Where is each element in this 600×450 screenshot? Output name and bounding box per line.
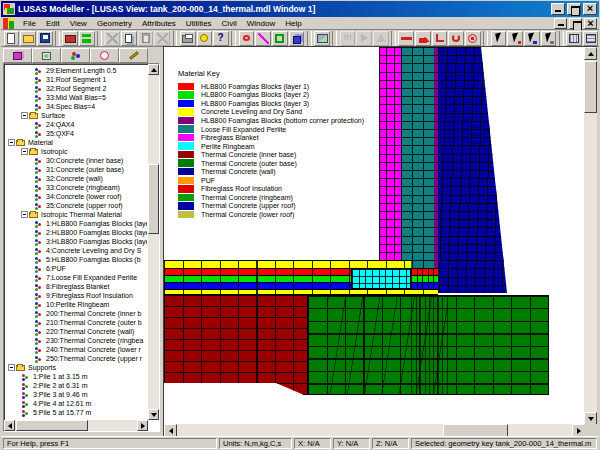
separator[interactable]	[559, 31, 564, 46]
scroll-down-button[interactable]	[148, 409, 159, 420]
mesh-region-foamglas-layer2-right[interactable]	[411, 275, 438, 282]
tree-item[interactable]: 33:Mid Wall Bias=5	[6, 93, 147, 102]
mesh-region-foamglas-layer1-right[interactable]	[411, 268, 438, 275]
mesh-table-1[interactable]	[566, 31, 582, 46]
expand-toggle[interactable]	[8, 139, 15, 146]
menu-item[interactable]: View	[65, 18, 92, 29]
tab-loadcases[interactable]	[90, 48, 119, 63]
tree-item[interactable]: 33:Concrete (ringbeam)	[6, 183, 147, 192]
menu-item[interactable]: Edit	[41, 18, 65, 29]
tree-item[interactable]: 1:HLB800 Foamglas Blocks (layer 1)	[6, 219, 147, 228]
tip-of-day[interactable]	[197, 31, 213, 46]
tree-item[interactable]: 5:Pile 5 at 15.77 m	[6, 408, 147, 417]
paste[interactable]	[138, 31, 154, 46]
mirror[interactable]	[340, 31, 356, 46]
tree-item[interactable]: 34:Concrete (lower roof)	[6, 192, 147, 201]
tree-item[interactable]: 35:Concrete (upper roof)	[6, 201, 147, 210]
axes-view[interactable]	[432, 31, 448, 46]
tree-item[interactable]: 250:Thermal Concrete (upper r	[6, 354, 147, 363]
menu-item[interactable]: Geometry	[92, 18, 137, 29]
select-polygon[interactable]	[524, 31, 540, 46]
select-any[interactable]	[507, 31, 523, 46]
tree-item[interactable]: 32:Concrete (wall)	[6, 174, 147, 183]
tree-item[interactable]: 7:Loose Fill Expanded Perlite	[6, 273, 147, 282]
mesh-canvas[interactable]: Material Key HLB800 Foamglas Blocks (lay…	[164, 47, 585, 425]
tree-vscroll-thumb[interactable]	[148, 164, 159, 234]
volume-geometry[interactable]	[289, 31, 305, 46]
restore-button[interactable]	[567, 3, 581, 15]
tab-geometry[interactable]	[3, 48, 32, 63]
child-close-button[interactable]	[584, 18, 597, 29]
separator[interactable]	[173, 31, 178, 46]
child-minimize-button[interactable]	[554, 18, 567, 29]
open-model[interactable]	[62, 31, 78, 46]
mesh-region-perlite-ringbeam[interactable]	[351, 268, 411, 289]
tree-item[interactable]: 32:Roof Segment 2	[6, 84, 147, 93]
menu-item[interactable]: Attributes	[137, 18, 181, 29]
tree-item[interactable]: Material	[6, 138, 147, 147]
mesh-region-foamglas-layer3-right[interactable]	[411, 282, 438, 289]
save-file[interactable]	[37, 31, 53, 46]
copy[interactable]	[121, 31, 137, 46]
tree-item[interactable]: 3:HLB800 Foamglas Blocks (layer 3)	[6, 237, 147, 246]
tree-item[interactable]: 30:Concrete (inner base)	[6, 156, 147, 165]
tree-item[interactable]: 34:Spec Bias=4	[6, 102, 147, 111]
mesh-region-leveling-sand-top[interactable]	[164, 260, 411, 268]
model-view-window[interactable]: Material Key HLB800 Foamglas Blocks (lay…	[163, 46, 597, 437]
tree-item[interactable]: 2:Pile 2 at 6.31 m	[6, 381, 147, 390]
sweep[interactable]	[373, 31, 389, 46]
child-restore-button[interactable]	[569, 18, 582, 29]
separator[interactable]	[307, 31, 312, 46]
separator[interactable]	[332, 31, 337, 46]
surface-geometry[interactable]	[272, 31, 288, 46]
tree-item[interactable]: 1:Pile 1 at 3.15 m	[6, 372, 147, 381]
tree-item[interactable]: 10:Perlite Ringbeam	[6, 300, 147, 309]
cut[interactable]	[104, 31, 120, 46]
point-geometry[interactable]	[239, 31, 255, 46]
tree-item[interactable]: 4:Concrete Leveling and Dry S	[6, 246, 147, 255]
separator[interactable]	[391, 31, 396, 46]
expand-toggle[interactable]	[21, 148, 28, 155]
line-geometry[interactable]	[255, 31, 271, 46]
tree-item[interactable]: 5:HLB800 Foamglas Blocks (b	[6, 255, 147, 264]
mesh-region-concrete-wall[interactable]	[438, 47, 507, 293]
expand-toggle[interactable]	[8, 364, 15, 371]
select-cursor[interactable]	[491, 31, 507, 46]
tree-horizontal-scrollbar[interactable]	[4, 420, 148, 431]
delete[interactable]	[154, 31, 170, 46]
tree-item[interactable]: Supports	[6, 363, 147, 372]
tree-item[interactable]: 200:Thermal Concrete (inner b	[6, 309, 147, 318]
mesh-table-2[interactable]	[583, 31, 599, 46]
view-scroll-up-button[interactable]	[584, 47, 597, 60]
tree-hscroll-thumb[interactable]	[16, 420, 88, 431]
menu-item[interactable]: Window	[242, 18, 280, 29]
view-vscroll-thumb[interactable]	[584, 61, 597, 113]
tree-item[interactable]: 29:Element Length 0.5	[6, 66, 147, 75]
scroll-right-button[interactable]	[137, 420, 148, 431]
tree-item[interactable]: 35:QXF4	[6, 129, 147, 138]
tree-item[interactable]: 240:Thermal Concrete (lower r	[6, 345, 147, 354]
menu-item[interactable]: Civil	[217, 18, 242, 29]
separator[interactable]	[483, 31, 488, 46]
new-file[interactable]	[4, 31, 20, 46]
tree-item[interactable]: 220:Thermal Concrete (wall)	[6, 327, 147, 336]
scroll-up-button[interactable]	[148, 64, 159, 75]
separator[interactable]	[55, 31, 60, 46]
print[interactable]	[180, 31, 196, 46]
tab-attributes[interactable]	[61, 48, 90, 63]
mesh-region-foamglas-layer2[interactable]	[164, 275, 351, 282]
tree-item[interactable]: Isotropic	[6, 147, 147, 156]
mesh-region-foamglas-layer3[interactable]	[164, 282, 351, 289]
tree-item[interactable]: 31:Roof Segment 1	[6, 75, 147, 84]
child-window-icon[interactable]	[3, 18, 14, 29]
mesh-region-fibreglass-blanket[interactable]	[379, 47, 401, 261]
separator[interactable]	[231, 31, 236, 46]
close-button[interactable]	[583, 3, 597, 15]
tree-item[interactable]: 4:Pile 4 at 12.61 m	[6, 399, 147, 408]
tab-groups[interactable]	[32, 48, 61, 63]
separator[interactable]	[97, 31, 102, 46]
join[interactable]	[356, 31, 372, 46]
import-data[interactable]	[79, 31, 95, 46]
zoom-target[interactable]	[465, 31, 481, 46]
view-vertical-scrollbar[interactable]	[584, 47, 597, 425]
